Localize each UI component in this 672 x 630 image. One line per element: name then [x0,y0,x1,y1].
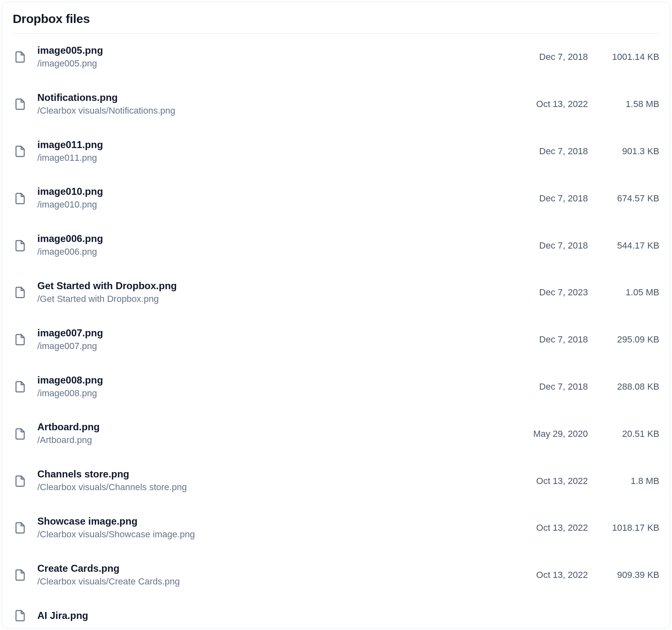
file-size: 674.57 KB [598,193,659,204]
file-row[interactable]: image008.png/image008.pngDec 7, 2018288.… [13,363,659,411]
file-name: image010.png [37,185,529,198]
file-list: image005.png/image005.pngDec 7, 20181001… [13,34,659,628]
file-icon [13,51,27,63]
dropbox-files-card: Dropbox files image005.png/image005.pngD… [2,2,670,628]
file-row[interactable]: image011.png/image011.pngDec 7, 2018901.… [13,128,659,175]
file-icon [13,98,27,110]
file-row[interactable]: Artboard.png/Artboard.pngMay 29, 202020.… [13,410,659,457]
file-icon [13,428,27,440]
file-icon [13,240,27,252]
file-path: /Clearbox visuals/Showcase image.png [37,528,526,541]
file-row[interactable]: Channels store.png/Clearbox visuals/Chan… [13,457,659,504]
file-path: /image006.png [37,246,529,258]
file-row[interactable]: AI Jira.png [13,599,659,628]
file-date: May 29, 2020 [533,429,588,439]
file-name: Notifications.png [37,91,526,104]
file-name-col: Notifications.png/Clearbox visuals/Notif… [37,91,526,117]
file-name: Create Cards.png [37,562,526,575]
file-size: 1018.17 KB [598,523,659,533]
file-row[interactable]: Create Cards.png/Clearbox visuals/Create… [13,552,659,599]
file-size: 1001.14 KB [598,52,659,62]
file-path: /image005.png [37,57,529,70]
file-name: Showcase image.png [37,515,526,527]
file-row[interactable]: Notifications.png/Clearbox visuals/Notif… [13,81,659,128]
file-name: image006.png [37,233,529,245]
file-icon [13,286,27,299]
file-size: 901.3 KB [598,146,659,157]
file-path: /image008.png [37,387,529,400]
file-name-col: image011.png/image011.png [37,139,529,164]
file-name-col: Get Started with Dropbox.png/Get Started… [37,280,529,306]
file-name-col: image006.png/image006.png [37,233,529,258]
file-icon [13,475,27,487]
file-path: /image011.png [37,152,529,164]
file-row[interactable]: image010.png/image010.pngDec 7, 2018674.… [13,175,659,222]
file-name: AI Jira.png [37,609,578,622]
file-name: Artboard.png [37,421,523,433]
file-name: Get Started with Dropbox.png [37,280,529,292]
file-path: /Clearbox visuals/Notifications.png [37,105,526,117]
file-name-col: Artboard.png/Artboard.png [37,421,523,447]
file-date: Oct 13, 2022 [536,523,588,533]
file-date: Oct 13, 2022 [536,570,588,580]
file-name: image007.png [37,327,529,339]
file-icon [13,145,27,158]
file-path: /Artboard.png [37,434,523,447]
file-name: Channels store.png [37,468,526,480]
file-row[interactable]: image005.png/image005.pngDec 7, 20181001… [13,34,659,81]
file-path: /image007.png [37,340,529,353]
file-icon [13,569,27,581]
file-size: 1.58 MB [598,99,659,110]
file-size: 909.39 KB [598,570,659,580]
file-icon [13,609,27,622]
file-name-col: Channels store.png/Clearbox visuals/Chan… [37,468,526,494]
file-row[interactable]: Showcase image.png/Clearbox visuals/Show… [13,504,659,552]
file-row[interactable]: image007.png/image007.pngDec 7, 2018295.… [13,316,659,363]
file-path: /Clearbox visuals/Channels store.png [37,481,526,494]
file-date: Dec 7, 2018 [539,334,588,345]
file-name-col: AI Jira.png [37,609,578,622]
file-name-col: image007.png/image007.png [37,327,529,353]
file-name-col: image005.png/image005.png [37,44,529,70]
file-name: image005.png [37,44,529,57]
card-title: Dropbox files [13,12,659,26]
file-path: /Clearbox visuals/Create Cards.png [37,575,526,588]
file-path: /Get Started with Dropbox.png [37,293,529,306]
file-date: Dec 7, 2018 [539,240,588,251]
file-size: 288.08 KB [598,381,659,392]
file-date: Dec 7, 2018 [539,52,588,62]
card-header: Dropbox files [13,12,659,34]
file-name-col: Showcase image.png/Clearbox visuals/Show… [37,515,526,541]
file-date: Dec 7, 2023 [539,287,588,298]
file-date: Oct 13, 2022 [536,476,588,486]
file-size: 1.8 MB [598,476,659,486]
file-size: 295.09 KB [598,334,659,345]
file-date: Dec 7, 2018 [539,146,588,157]
file-icon [13,522,27,534]
file-icon [13,381,27,393]
file-date: Oct 13, 2022 [536,99,588,110]
file-icon [13,192,27,205]
file-size: 1.05 MB [598,287,659,298]
file-size: 544.17 KB [598,240,659,251]
file-name-col: Create Cards.png/Clearbox visuals/Create… [37,562,526,588]
file-name: image011.png [37,139,529,151]
file-date: Dec 7, 2018 [539,381,588,392]
file-row[interactable]: Get Started with Dropbox.png/Get Started… [13,269,659,316]
file-path: /image010.png [37,199,529,211]
file-icon [13,333,27,346]
file-size: 20.51 KB [598,429,659,439]
file-row[interactable]: image006.png/image006.pngDec 7, 2018544.… [13,222,659,269]
file-name-col: image008.png/image008.png [37,374,529,400]
file-date: Dec 7, 2018 [539,193,588,204]
file-name: image008.png [37,374,529,386]
file-name-col: image010.png/image010.png [37,185,529,211]
